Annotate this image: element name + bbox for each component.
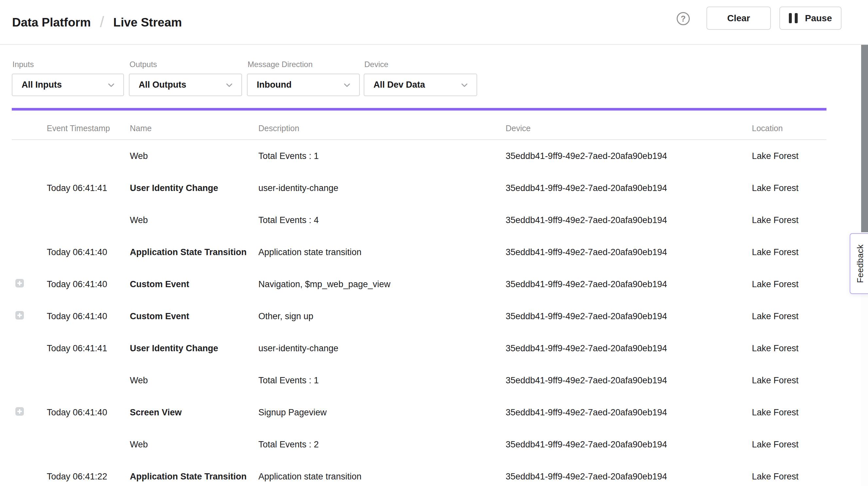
expand-cell xyxy=(12,439,47,450)
cell-event-timestamp: Today 06:41:40 xyxy=(47,247,130,257)
cell-event-timestamp: Today 06:41:40 xyxy=(47,311,130,322)
table-row[interactable]: Web Total Events : 1 35eddb41-9ff9-49e2-… xyxy=(12,364,827,396)
cell-location: Lake Forest xyxy=(752,407,827,418)
expand-cell xyxy=(12,407,47,418)
expand-cell xyxy=(12,311,47,322)
cell-name: User Identity Change xyxy=(130,343,258,354)
header-location: Location xyxy=(752,124,827,133)
table-row[interactable]: Web Total Events : 1 35eddb41-9ff9-49e2-… xyxy=(12,140,827,172)
expand-cell xyxy=(12,247,47,258)
table-row[interactable]: Web Total Events : 2 35eddb41-9ff9-49e2-… xyxy=(12,428,827,460)
chevron-down-icon xyxy=(225,81,234,89)
top-bar: Data Platform / Live Stream ? Clear Paus… xyxy=(0,0,868,45)
cell-description: Other, sign up xyxy=(258,311,506,322)
cell-device: 35eddb41-9ff9-49e2-7aed-20afa90eb194 xyxy=(506,439,752,450)
cell-name: Custom Event xyxy=(130,279,258,290)
filter-inputs-label: Inputs xyxy=(12,60,34,69)
cell-event-timestamp: Today 06:41:22 xyxy=(47,472,130,482)
header-event-timestamp: Event Timestamp xyxy=(47,124,130,133)
filter-outputs-label: Outputs xyxy=(129,60,157,69)
expand-cell xyxy=(12,151,47,161)
cell-description: Signup Pageview xyxy=(258,407,506,418)
cell-description: Application state transition xyxy=(258,247,506,257)
cell-name: Web xyxy=(130,215,258,225)
cell-event-timestamp: Today 06:41:41 xyxy=(47,343,130,354)
cell-device: 35eddb41-9ff9-49e2-7aed-20afa90eb194 xyxy=(506,375,752,386)
cell-location: Lake Forest xyxy=(752,472,827,482)
cell-description: user-identity-change xyxy=(258,183,506,193)
breadcrumb-data-platform[interactable]: Data Platform xyxy=(12,16,91,29)
cell-location: Lake Forest xyxy=(752,439,827,450)
expand-cell xyxy=(12,215,47,226)
cell-description: Total Events : 1 xyxy=(258,151,506,161)
cell-device: 35eddb41-9ff9-49e2-7aed-20afa90eb194 xyxy=(506,247,752,257)
cell-location: Lake Forest xyxy=(752,215,827,225)
cell-description: Navigation, $mp_web_page_view xyxy=(258,279,506,290)
expand-cell xyxy=(12,471,47,482)
pause-button-label: Pause xyxy=(805,13,832,24)
message-direction-select[interactable]: Inbound xyxy=(247,73,360,96)
expand-row-icon[interactable] xyxy=(16,279,24,287)
cell-event-timestamp: Today 06:41:41 xyxy=(47,183,130,193)
expand-cell xyxy=(12,183,47,193)
cell-name: User Identity Change xyxy=(130,183,258,193)
expand-row-icon[interactable] xyxy=(16,407,24,416)
feedback-tab[interactable]: Feedback xyxy=(850,233,868,294)
cell-description: Total Events : 1 xyxy=(258,375,506,386)
cell-event-timestamp: Today 06:41:40 xyxy=(47,407,130,418)
filter-message-direction-label: Message Direction xyxy=(248,60,313,69)
device-select-value: All Dev Data xyxy=(373,80,425,90)
breadcrumb: Data Platform / Live Stream xyxy=(12,0,182,45)
breadcrumb-live-stream: Live Stream xyxy=(113,16,182,29)
cell-location: Lake Forest xyxy=(752,311,827,322)
cell-device: 35eddb41-9ff9-49e2-7aed-20afa90eb194 xyxy=(506,183,752,193)
cell-name: Web xyxy=(130,439,258,450)
pause-button[interactable]: Pause xyxy=(779,6,841,30)
help-icon[interactable]: ? xyxy=(677,12,690,25)
table-row[interactable]: Today 06:41:41 User Identity Change user… xyxy=(12,172,827,204)
live-stream-table: Event Timestamp Name Description Device … xyxy=(12,111,827,486)
cell-device: 35eddb41-9ff9-49e2-7aed-20afa90eb194 xyxy=(506,151,752,161)
cell-name: Application State Transition xyxy=(130,472,258,482)
cell-location: Lake Forest xyxy=(752,183,827,193)
clear-button-label: Clear xyxy=(727,13,750,24)
header-name: Name xyxy=(130,124,258,133)
expand-cell xyxy=(12,343,47,354)
feedback-tab-label: Feedback xyxy=(855,244,865,283)
accent-divider xyxy=(12,108,827,111)
message-direction-select-value: Inbound xyxy=(257,80,291,90)
cell-name: Screen View xyxy=(130,407,258,418)
table-row[interactable]: Today 06:41:40 Application State Transit… xyxy=(12,236,827,268)
table-row[interactable]: Today 06:41:40 Custom Event Navigation, … xyxy=(12,268,827,300)
cell-location: Lake Forest xyxy=(752,151,827,161)
table-row[interactable]: Today 06:41:41 User Identity Change user… xyxy=(12,332,827,364)
table-row[interactable]: Today 06:41:22 Application State Transit… xyxy=(12,460,827,486)
cell-device: 35eddb41-9ff9-49e2-7aed-20afa90eb194 xyxy=(506,279,752,290)
device-select[interactable]: All Dev Data xyxy=(364,73,477,96)
cell-event-timestamp: Today 06:41:40 xyxy=(47,279,130,290)
cell-device: 35eddb41-9ff9-49e2-7aed-20afa90eb194 xyxy=(506,215,752,225)
cell-description: user-identity-change xyxy=(258,343,506,354)
cell-name: Custom Event xyxy=(130,311,258,322)
cell-description: Application state transition xyxy=(258,472,506,482)
pause-icon xyxy=(789,13,798,23)
table-row[interactable]: Today 06:41:40 Screen View Signup Pagevi… xyxy=(12,396,827,428)
cell-location: Lake Forest xyxy=(752,279,827,290)
cell-description: Total Events : 4 xyxy=(258,215,506,225)
outputs-select[interactable]: All Outputs xyxy=(129,73,242,96)
cell-location: Lake Forest xyxy=(752,247,827,257)
scrollbar-thumb[interactable] xyxy=(861,45,868,232)
cell-location: Lake Forest xyxy=(752,343,827,354)
cell-description: Total Events : 2 xyxy=(258,439,506,450)
clear-button[interactable]: Clear xyxy=(707,6,771,30)
table-row[interactable]: Web Total Events : 4 35eddb41-9ff9-49e2-… xyxy=(12,204,827,236)
filter-bar: Inputs All Inputs Outputs All Outputs Me… xyxy=(0,45,868,108)
cell-name: Web xyxy=(130,151,258,161)
cell-name: Web xyxy=(130,375,258,386)
expand-row-icon[interactable] xyxy=(16,311,24,320)
breadcrumb-separator: / xyxy=(100,13,104,31)
inputs-select[interactable]: All Inputs xyxy=(12,73,124,96)
table-row[interactable]: Today 06:41:40 Custom Event Other, sign … xyxy=(12,300,827,332)
header-description: Description xyxy=(258,124,506,133)
expand-cell xyxy=(12,375,47,386)
